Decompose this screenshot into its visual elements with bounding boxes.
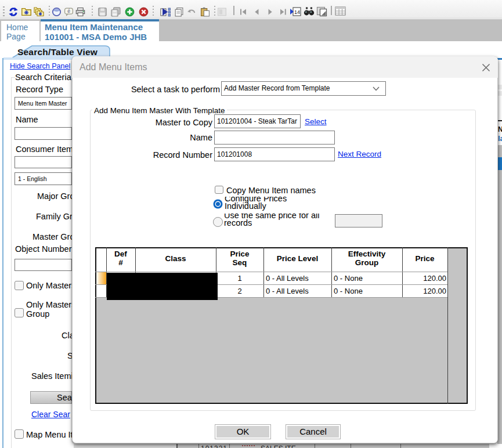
svg-text:14: 14 [294, 9, 300, 15]
svg-text:é: é [67, 8, 70, 14]
